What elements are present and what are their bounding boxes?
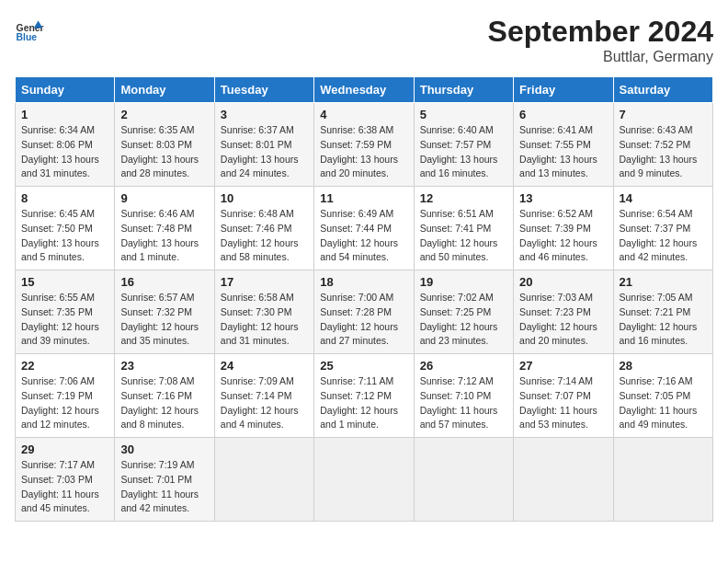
- calendar-cell: 22 Sunrise: 7:06 AMSunset: 7:19 PMDaylig…: [16, 354, 115, 438]
- day-number: 21: [620, 275, 707, 289]
- day-info: Sunrise: 6:57 AMSunset: 7:32 PMDaylight:…: [120, 292, 199, 346]
- day-number: 28: [620, 359, 707, 373]
- calendar-table: Sunday Monday Tuesday Wednesday Thursday…: [15, 76, 713, 522]
- day-number: 22: [21, 359, 108, 373]
- calendar-cell: 12 Sunrise: 6:51 AMSunset: 7:41 PMDaylig…: [414, 187, 513, 270]
- calendar-cell: 18 Sunrise: 7:00 AMSunset: 7:28 PMDaylig…: [314, 270, 414, 354]
- page-title: September 2024: [488, 15, 713, 49]
- calendar-week-row: 15 Sunrise: 6:55 AMSunset: 7:35 PMDaylig…: [16, 270, 713, 354]
- day-number: 20: [519, 275, 607, 289]
- calendar-cell: 8 Sunrise: 6:45 AMSunset: 7:50 PMDayligh…: [16, 187, 115, 270]
- calendar-cell: 20 Sunrise: 7:03 AMSunset: 7:23 PMDaylig…: [514, 270, 613, 354]
- logo-icon: General Blue: [15, 15, 44, 44]
- day-info: Sunrise: 6:34 AMSunset: 8:06 PMDaylight:…: [21, 124, 99, 178]
- calendar-header-row: Sunday Monday Tuesday Wednesday Thursday…: [16, 77, 713, 103]
- day-info: Sunrise: 6:46 AMSunset: 7:48 PMDaylight:…: [120, 208, 199, 262]
- calendar-cell: [214, 438, 313, 522]
- day-info: Sunrise: 6:58 AMSunset: 7:30 PMDaylight:…: [221, 292, 299, 346]
- calendar-cell: 6 Sunrise: 6:41 AMSunset: 7:55 PMDayligh…: [514, 103, 613, 187]
- calendar-cell: [314, 438, 414, 522]
- calendar-week-row: 22 Sunrise: 7:06 AMSunset: 7:19 PMDaylig…: [16, 354, 713, 438]
- day-number: 29: [21, 442, 108, 456]
- day-info: Sunrise: 7:03 AMSunset: 7:23 PMDaylight:…: [519, 292, 597, 346]
- day-number: 23: [120, 359, 208, 373]
- day-info: Sunrise: 7:17 AMSunset: 7:03 PMDaylight:…: [21, 459, 99, 513]
- calendar-cell: 23 Sunrise: 7:08 AMSunset: 7:16 PMDaylig…: [115, 354, 214, 438]
- day-info: Sunrise: 6:51 AMSunset: 7:41 PMDaylight:…: [420, 208, 498, 262]
- day-number: 4: [320, 108, 407, 121]
- calendar-cell: 26 Sunrise: 7:12 AMSunset: 7:10 PMDaylig…: [414, 354, 513, 438]
- day-number: 19: [420, 275, 507, 289]
- day-info: Sunrise: 7:12 AMSunset: 7:10 PMDaylight:…: [420, 375, 498, 430]
- col-monday: Monday: [115, 77, 214, 103]
- day-info: Sunrise: 7:05 AMSunset: 7:21 PMDaylight:…: [620, 292, 698, 346]
- calendar-cell: 24 Sunrise: 7:09 AMSunset: 7:14 PMDaylig…: [214, 354, 313, 438]
- day-number: 14: [620, 191, 707, 205]
- calendar-cell: 30 Sunrise: 7:19 AMSunset: 7:01 PMDaylig…: [115, 438, 214, 522]
- col-thursday: Thursday: [414, 77, 513, 103]
- svg-text:Blue: Blue: [17, 32, 38, 42]
- day-info: Sunrise: 7:11 AMSunset: 7:12 PMDaylight:…: [320, 375, 398, 430]
- day-number: 9: [120, 191, 208, 205]
- calendar-cell: 28 Sunrise: 7:16 AMSunset: 7:05 PMDaylig…: [613, 354, 712, 438]
- day-number: 1: [21, 108, 108, 121]
- day-number: 30: [120, 442, 208, 456]
- day-number: 13: [519, 191, 607, 205]
- day-number: 3: [221, 108, 308, 121]
- day-info: Sunrise: 6:35 AMSunset: 8:03 PMDaylight:…: [120, 124, 199, 178]
- day-number: 2: [120, 108, 208, 121]
- day-info: Sunrise: 6:49 AMSunset: 7:44 PMDaylight:…: [320, 208, 398, 262]
- day-info: Sunrise: 7:19 AMSunset: 7:01 PMDaylight:…: [120, 459, 199, 513]
- day-number: 25: [320, 359, 407, 373]
- day-info: Sunrise: 7:00 AMSunset: 7:28 PMDaylight:…: [320, 292, 398, 346]
- day-info: Sunrise: 7:02 AMSunset: 7:25 PMDaylight:…: [420, 292, 498, 346]
- day-number: 5: [420, 108, 507, 121]
- day-info: Sunrise: 7:09 AMSunset: 7:14 PMDaylight:…: [221, 375, 299, 430]
- day-number: 12: [420, 191, 507, 205]
- day-number: 8: [21, 191, 108, 205]
- calendar-week-row: 1 Sunrise: 6:34 AMSunset: 8:06 PMDayligh…: [16, 103, 713, 187]
- day-number: 11: [320, 191, 407, 205]
- day-number: 17: [221, 275, 308, 289]
- calendar-cell: 16 Sunrise: 6:57 AMSunset: 7:32 PMDaylig…: [115, 270, 214, 354]
- calendar-cell: 3 Sunrise: 6:37 AMSunset: 8:01 PMDayligh…: [214, 103, 313, 187]
- page-subtitle: Buttlar, Germany: [488, 49, 713, 65]
- day-info: Sunrise: 6:41 AMSunset: 7:55 PMDaylight:…: [519, 124, 597, 178]
- calendar-week-row: 8 Sunrise: 6:45 AMSunset: 7:50 PMDayligh…: [16, 187, 713, 270]
- day-info: Sunrise: 6:37 AMSunset: 8:01 PMDaylight:…: [221, 124, 299, 178]
- calendar-cell: 17 Sunrise: 6:58 AMSunset: 7:30 PMDaylig…: [214, 270, 313, 354]
- day-info: Sunrise: 6:38 AMSunset: 7:59 PMDaylight:…: [320, 124, 398, 178]
- day-info: Sunrise: 7:16 AMSunset: 7:05 PMDaylight:…: [620, 375, 698, 430]
- calendar-cell: 13 Sunrise: 6:52 AMSunset: 7:39 PMDaylig…: [514, 187, 613, 270]
- logo: General Blue: [15, 15, 44, 44]
- day-info: Sunrise: 7:06 AMSunset: 7:19 PMDaylight:…: [21, 375, 99, 430]
- day-number: 27: [519, 359, 607, 373]
- calendar-cell: [514, 438, 613, 522]
- calendar-cell: 11 Sunrise: 6:49 AMSunset: 7:44 PMDaylig…: [314, 187, 414, 270]
- col-saturday: Saturday: [613, 77, 712, 103]
- col-sunday: Sunday: [16, 77, 115, 103]
- calendar-cell: 14 Sunrise: 6:54 AMSunset: 7:37 PMDaylig…: [613, 187, 712, 270]
- calendar-cell: 21 Sunrise: 7:05 AMSunset: 7:21 PMDaylig…: [613, 270, 712, 354]
- day-info: Sunrise: 6:55 AMSunset: 7:35 PMDaylight:…: [21, 292, 99, 346]
- page-header: General Blue September 2024 Buttlar, Ger…: [15, 15, 713, 65]
- day-info: Sunrise: 6:52 AMSunset: 7:39 PMDaylight:…: [519, 208, 597, 262]
- day-number: 10: [221, 191, 308, 205]
- calendar-cell: [613, 438, 712, 522]
- day-info: Sunrise: 6:40 AMSunset: 7:57 PMDaylight:…: [420, 124, 498, 178]
- day-number: 16: [120, 275, 208, 289]
- day-info: Sunrise: 6:45 AMSunset: 7:50 PMDaylight:…: [21, 208, 99, 262]
- day-info: Sunrise: 6:48 AMSunset: 7:46 PMDaylight:…: [221, 208, 299, 262]
- calendar-cell: 19 Sunrise: 7:02 AMSunset: 7:25 PMDaylig…: [414, 270, 513, 354]
- calendar-cell: 27 Sunrise: 7:14 AMSunset: 7:07 PMDaylig…: [514, 354, 613, 438]
- calendar-cell: 5 Sunrise: 6:40 AMSunset: 7:57 PMDayligh…: [414, 103, 513, 187]
- calendar-cell: 7 Sunrise: 6:43 AMSunset: 7:52 PMDayligh…: [613, 103, 712, 187]
- col-friday: Friday: [514, 77, 613, 103]
- day-number: 7: [620, 108, 707, 121]
- calendar-cell: 15 Sunrise: 6:55 AMSunset: 7:35 PMDaylig…: [16, 270, 115, 354]
- calendar-cell: 1 Sunrise: 6:34 AMSunset: 8:06 PMDayligh…: [16, 103, 115, 187]
- day-number: 6: [519, 108, 607, 121]
- calendar-cell: 25 Sunrise: 7:11 AMSunset: 7:12 PMDaylig…: [314, 354, 414, 438]
- calendar-cell: 9 Sunrise: 6:46 AMSunset: 7:48 PMDayligh…: [115, 187, 214, 270]
- day-info: Sunrise: 7:08 AMSunset: 7:16 PMDaylight:…: [120, 375, 199, 430]
